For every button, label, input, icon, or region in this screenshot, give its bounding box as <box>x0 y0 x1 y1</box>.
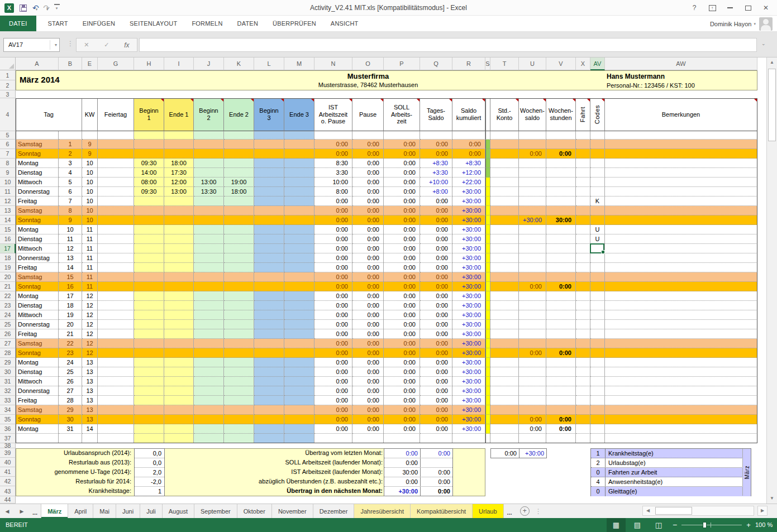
day-cell-AW12[interactable] <box>605 196 757 206</box>
day-cell-T29[interactable] <box>490 358 519 367</box>
day-cell-E9[interactable]: 10 <box>82 168 98 178</box>
day-cell-O16[interactable]: 0:00 <box>352 234 384 244</box>
day-cell-Q21[interactable]: 0:00 <box>420 282 452 291</box>
column-header-I[interactable]: I <box>164 57 194 70</box>
day-cell-R21[interactable]: +30:00 <box>452 282 485 291</box>
day-cell-X10[interactable] <box>576 178 590 187</box>
empty-cell-H5[interactable] <box>134 131 164 140</box>
day-cell-B9[interactable]: 4 <box>59 168 82 178</box>
summary-mid-value2-4[interactable]: 0:00 <box>421 487 452 496</box>
day-cell-B15[interactable]: 10 <box>59 225 82 234</box>
day-cell-V6[interactable] <box>546 140 576 149</box>
day-cell-S11[interactable] <box>485 187 490 196</box>
day-cell-T10[interactable] <box>490 178 519 187</box>
day-cell-O10[interactable]: 0:00 <box>352 178 384 187</box>
day-cell-P22[interactable]: 0:00 <box>384 291 420 301</box>
day-cell-AV11[interactable] <box>590 187 605 196</box>
day-cell-V11[interactable] <box>546 187 576 196</box>
day-cell-H16[interactable] <box>134 234 164 244</box>
ribbon-tab-start[interactable]: START <box>41 16 75 31</box>
day-cell-R22[interactable]: +30:00 <box>452 291 485 301</box>
row-header-30[interactable]: 30 <box>0 367 16 377</box>
empty-cell-AW37[interactable] <box>605 434 757 443</box>
column-header-X[interactable]: X <box>576 57 590 70</box>
day-cell-E25[interactable]: 12 <box>82 320 98 329</box>
row-header-22[interactable]: 22 <box>0 291 16 301</box>
ribbon-tab-seitenlayout[interactable]: SEITENLAYOUT <box>122 16 184 31</box>
sheet-tab-dezember[interactable]: Dezember <box>313 504 355 518</box>
day-cell-X29[interactable] <box>576 358 590 367</box>
day-cell-Q28[interactable]: 0:00 <box>420 348 452 358</box>
column-header-L[interactable]: L <box>254 57 284 70</box>
empty-cell-S37[interactable] <box>485 434 490 443</box>
day-cell-L32[interactable] <box>254 386 284 396</box>
day-cell-S27[interactable] <box>485 339 490 348</box>
day-cell-I28[interactable] <box>164 348 194 358</box>
day-cell-A30[interactable]: Dienstag <box>16 367 59 377</box>
day-cell-Q26[interactable]: 0:00 <box>420 329 452 339</box>
insert-function-icon[interactable]: fx <box>124 41 129 49</box>
day-cell-Q8[interactable]: +8:30 <box>420 159 452 168</box>
day-cell-V31[interactable] <box>546 377 576 386</box>
day-cell-N11[interactable]: 8:00 <box>314 187 352 196</box>
day-cell-N8[interactable]: 8:30 <box>314 159 352 168</box>
day-cell-G33[interactable] <box>98 396 134 405</box>
day-cell-AV25[interactable] <box>590 320 605 329</box>
column-header-AW[interactable]: AW <box>605 57 757 70</box>
day-cell-O20[interactable]: 0:00 <box>352 272 384 282</box>
day-cell-N35[interactable]: 0:00 <box>314 415 352 424</box>
day-cell-A22[interactable]: Montag <box>16 291 59 301</box>
day-cell-G23[interactable] <box>98 301 134 310</box>
day-cell-O6[interactable]: 0:00 <box>352 140 384 149</box>
day-cell-M33[interactable] <box>284 396 314 405</box>
day-cell-X7[interactable] <box>576 149 590 159</box>
day-cell-P18[interactable]: 0:00 <box>384 253 420 263</box>
column-header-S[interactable]: S <box>485 57 490 70</box>
day-cell-A10[interactable]: Mittwoch <box>16 178 59 187</box>
summary-mid-value1-1[interactable]: 0:00 <box>384 458 421 467</box>
scroll-left-icon[interactable]: ◀ <box>643 507 652 515</box>
day-cell-S28[interactable] <box>485 348 490 358</box>
day-cell-S22[interactable] <box>485 291 490 301</box>
day-cell-R6[interactable]: 0:00 <box>452 140 485 149</box>
day-cell-M18[interactable] <box>284 253 314 263</box>
day-cell-E14[interactable]: 10 <box>82 215 98 225</box>
horizontal-scrollbar[interactable]: ◀ <box>642 506 754 516</box>
day-cell-N34[interactable]: 0:00 <box>314 405 352 415</box>
day-cell-M31[interactable] <box>284 377 314 386</box>
column-header-AV[interactable]: AV <box>590 57 605 70</box>
day-cell-B21[interactable]: 16 <box>59 282 82 291</box>
empty-cell-S5[interactable] <box>485 131 490 140</box>
sheet-tab-oktober[interactable]: Oktober <box>237 504 272 518</box>
day-cell-J29[interactable] <box>194 358 224 367</box>
day-cell-T8[interactable] <box>490 159 519 168</box>
day-cell-G35[interactable] <box>98 415 134 424</box>
row-header-14[interactable]: 14 <box>0 215 16 225</box>
day-cell-V30[interactable] <box>546 367 576 377</box>
day-cell-V7[interactable]: 0:00 <box>546 149 576 159</box>
empty-cell-A37[interactable] <box>16 434 59 443</box>
day-cell-R36[interactable]: +30:00 <box>452 424 485 434</box>
day-cell-O36[interactable]: 0:00 <box>352 424 384 434</box>
day-cell-B35[interactable]: 30 <box>59 415 82 424</box>
row-header-3[interactable]: 3 <box>0 90 16 98</box>
day-cell-E15[interactable]: 11 <box>82 225 98 234</box>
day-cell-Q32[interactable]: 0:00 <box>420 386 452 396</box>
day-cell-H31[interactable] <box>134 377 164 386</box>
day-cell-G24[interactable] <box>98 310 134 320</box>
day-cell-V19[interactable] <box>546 263 576 272</box>
day-cell-AV24[interactable] <box>590 310 605 320</box>
day-cell-P21[interactable]: 0:00 <box>384 282 420 291</box>
day-cell-O15[interactable]: 0:00 <box>352 225 384 234</box>
day-cell-V24[interactable] <box>546 310 576 320</box>
day-cell-S31[interactable] <box>485 377 490 386</box>
day-cell-M25[interactable] <box>284 320 314 329</box>
day-cell-A26[interactable]: Freitag <box>16 329 59 339</box>
day-cell-K35[interactable] <box>224 415 254 424</box>
day-cell-V9[interactable] <box>546 168 576 178</box>
day-cell-U17[interactable] <box>519 244 546 253</box>
day-cell-B11[interactable]: 6 <box>59 187 82 196</box>
day-cell-X30[interactable] <box>576 367 590 377</box>
column-header-H[interactable]: H <box>134 57 164 70</box>
day-cell-X28[interactable] <box>576 348 590 358</box>
